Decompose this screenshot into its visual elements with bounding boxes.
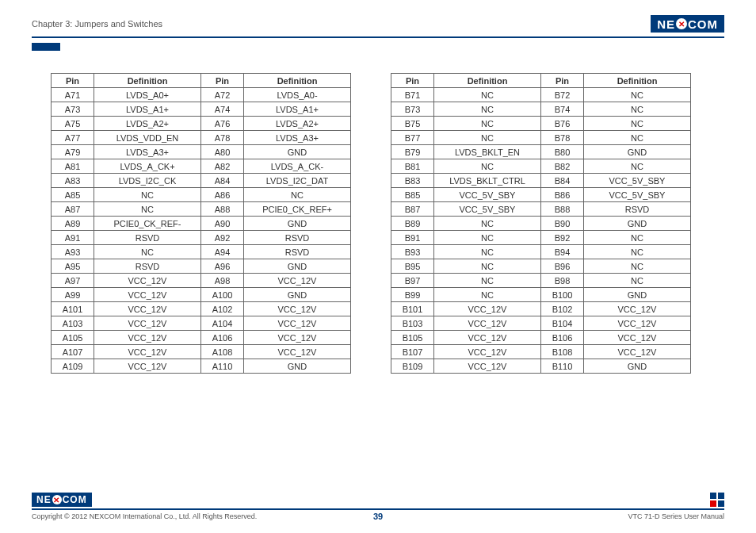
def-cell: VCC_5V_SBY bbox=[434, 188, 541, 202]
def-cell: LVDS_BKLT_EN bbox=[434, 145, 541, 159]
def-cell: NC bbox=[584, 245, 691, 259]
def-cell: NC bbox=[584, 259, 691, 274]
pin-cell: A95 bbox=[52, 259, 94, 274]
pin-cell: B97 bbox=[391, 274, 434, 288]
table-row: A71LVDS_A0+A72LVDS_A0- bbox=[52, 88, 351, 102]
def-cell: NC bbox=[434, 259, 541, 274]
pin-cell: A100 bbox=[201, 288, 244, 302]
pin-cell: B92 bbox=[541, 231, 584, 245]
pin-cell: A80 bbox=[201, 145, 244, 159]
pin-cell: B86 bbox=[541, 188, 584, 202]
table-row: B97NCB98NC bbox=[391, 274, 691, 288]
def-cell: RSVD bbox=[244, 245, 351, 259]
table-row: A75LVDS_A2+A76LVDS_A2+ bbox=[52, 117, 351, 131]
table-row: A77LVDS_VDD_ENA78LVDS_A3+ bbox=[52, 131, 351, 145]
pin-cell: A71 bbox=[52, 88, 94, 102]
pin-cell: B73 bbox=[391, 102, 434, 117]
pin-cell: A85 bbox=[52, 188, 94, 202]
header-stub bbox=[32, 43, 60, 51]
table-row: A99VCC_12VA100GND bbox=[52, 288, 351, 302]
pin-cell: B76 bbox=[541, 117, 584, 131]
def-cell: PCIE0_CK_REF+ bbox=[244, 202, 351, 217]
def-cell: RSVD bbox=[584, 202, 691, 217]
def-cell: LVDS_I2C_DAT bbox=[244, 174, 351, 188]
def-cell: VCC_12V bbox=[244, 345, 351, 359]
table-row: A107VCC_12VA108VCC_12V bbox=[52, 345, 351, 359]
def-cell: LVDS_A1+ bbox=[94, 102, 201, 117]
pin-cell: A98 bbox=[201, 274, 244, 288]
table-row: B77NCB78NC bbox=[391, 131, 691, 145]
def-cell: VCC_5V_SBY bbox=[584, 188, 691, 202]
pin-cell: A81 bbox=[52, 159, 94, 174]
def-cell: VCC_12V bbox=[584, 345, 691, 359]
def-cell: NC bbox=[584, 88, 691, 102]
pin-cell: B75 bbox=[391, 117, 434, 131]
copyright-text: Copyright © 2012 NEXCOM International Co… bbox=[32, 512, 257, 520]
th-def: Definition bbox=[584, 74, 691, 88]
def-cell: VCC_5V_SBY bbox=[584, 174, 691, 188]
table-row: A79LVDS_A3+A80GND bbox=[52, 145, 351, 159]
def-cell: VCC_12V bbox=[434, 345, 541, 359]
pin-cell: A103 bbox=[52, 316, 94, 331]
def-cell: NC bbox=[434, 217, 541, 231]
pin-cell: B71 bbox=[391, 88, 434, 102]
table-row: A105VCC_12VA106VCC_12V bbox=[52, 331, 351, 345]
def-cell: VCC_12V bbox=[244, 331, 351, 345]
def-cell: NC bbox=[584, 102, 691, 117]
brand-x-icon bbox=[52, 495, 62, 504]
table-row: B85VCC_5V_SBYB86VCC_5V_SBY bbox=[391, 188, 691, 202]
pin-cell: B103 bbox=[391, 316, 434, 331]
def-cell: VCC_12V bbox=[94, 316, 201, 331]
def-cell: LVDS_A1+ bbox=[244, 102, 351, 117]
table-row: A103VCC_12VA104VCC_12V bbox=[52, 316, 351, 331]
header-rule bbox=[32, 36, 724, 38]
def-cell: VCC_12V bbox=[94, 302, 201, 316]
def-cell: GND bbox=[244, 359, 351, 374]
pin-cell: A104 bbox=[201, 316, 244, 331]
pin-cell: B93 bbox=[391, 245, 434, 259]
def-cell: NC bbox=[584, 231, 691, 245]
def-cell: LVDS_BKLT_CTRL bbox=[434, 174, 541, 188]
table-row: B107VCC_12VB108VCC_12V bbox=[391, 345, 691, 359]
def-cell: GND bbox=[584, 145, 691, 159]
def-cell: LVDS_A0- bbox=[244, 88, 351, 102]
table-row: A91RSVDA92RSVD bbox=[52, 231, 351, 245]
def-cell: GND bbox=[244, 288, 351, 302]
def-cell: GND bbox=[584, 217, 691, 231]
def-cell: NC bbox=[94, 202, 201, 217]
pin-table-b: Pin Definition Pin Definition B71NCB72NC… bbox=[391, 73, 691, 374]
table-row: B83LVDS_BKLT_CTRLB84VCC_5V_SBY bbox=[391, 174, 691, 188]
pin-cell: B104 bbox=[541, 316, 584, 331]
table-row: A101VCC_12VA102VCC_12V bbox=[52, 302, 351, 316]
pin-cell: B96 bbox=[541, 259, 584, 274]
def-cell: VCC_12V bbox=[244, 316, 351, 331]
pin-cell: B79 bbox=[391, 145, 434, 159]
def-cell: GND bbox=[244, 259, 351, 274]
def-cell: VCC_12V bbox=[244, 302, 351, 316]
pin-cell: A72 bbox=[201, 88, 244, 102]
page-number: 39 bbox=[373, 512, 383, 521]
table-row: B89NCB90GND bbox=[391, 217, 691, 231]
table-row: A89PCIE0_CK_REF-A90GND bbox=[52, 217, 351, 231]
brand-left: NE bbox=[657, 17, 675, 31]
pin-cell: B74 bbox=[541, 102, 584, 117]
def-cell: LVDS_A3+ bbox=[94, 145, 201, 159]
pin-cell: B108 bbox=[541, 345, 584, 359]
def-cell: LVDS_A_CK+ bbox=[94, 159, 201, 174]
table-row: B87VCC_5V_SBYB88RSVD bbox=[391, 202, 691, 217]
def-cell: GND bbox=[584, 288, 691, 302]
pin-cell: A73 bbox=[52, 102, 94, 117]
pin-cell: B110 bbox=[541, 359, 584, 374]
page-header: Chapter 3: Jumpers and Switches NE COM bbox=[32, 13, 724, 35]
pin-cell: B94 bbox=[541, 245, 584, 259]
pin-cell: A79 bbox=[52, 145, 94, 159]
pin-cell: A78 bbox=[201, 131, 244, 145]
pin-cell: B105 bbox=[391, 331, 434, 345]
def-cell: VCC_12V bbox=[94, 345, 201, 359]
pin-cell: B109 bbox=[391, 359, 434, 374]
def-cell: NC bbox=[434, 245, 541, 259]
footer-dots-icon bbox=[710, 493, 724, 507]
th-pin: Pin bbox=[391, 74, 434, 88]
pin-cell: B81 bbox=[391, 159, 434, 174]
def-cell: VCC_12V bbox=[94, 359, 201, 374]
